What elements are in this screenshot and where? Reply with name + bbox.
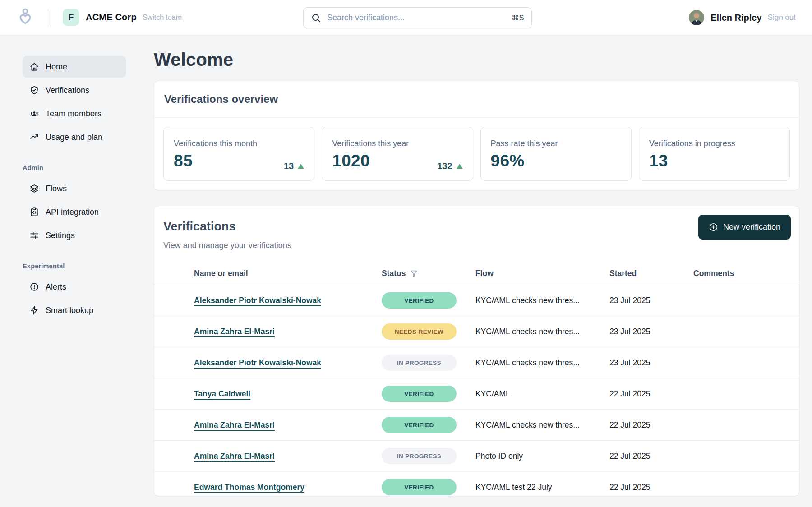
search-shortcut: ⌘S	[512, 14, 524, 22]
stat-delta-value: 132	[437, 161, 452, 171]
verifications-subtitle: View and manage your verifications	[163, 241, 790, 250]
table-row: Amina Zahra El-Masri VERIFIED KYC/AML ch…	[154, 409, 799, 440]
page-title: Welcome	[154, 50, 799, 70]
status-badge: VERIFIED	[382, 292, 457, 309]
flow-cell: KYC/AML checks new thres...	[475, 296, 609, 305]
column-header-name: Name or email	[194, 269, 382, 278]
stat-label: Verifications this year	[332, 139, 462, 148]
status-badge: IN PROGRESS	[382, 355, 457, 371]
sidebar-item-settings[interactable]: Settings	[23, 225, 126, 246]
column-header-comments: Comments	[693, 269, 790, 278]
plus-circle-icon	[709, 222, 718, 232]
layers-icon	[29, 184, 39, 194]
status-badge: VERIFIED	[382, 417, 457, 433]
new-verification-label: New verification	[723, 222, 780, 232]
delta-up-icon	[298, 164, 304, 169]
stat-value: 13	[649, 152, 780, 171]
team-icon	[29, 109, 39, 119]
status-badge: VERIFIED	[382, 479, 457, 495]
switch-team-link[interactable]: Switch team	[143, 14, 182, 22]
sign-out-link[interactable]: Sign out	[768, 13, 796, 22]
search-icon	[311, 13, 322, 23]
flow-cell: KYC/AML checks new thres...	[475, 327, 609, 336]
status-badge: IN PROGRESS	[382, 448, 457, 464]
stat-label: Verifications in progress	[649, 139, 780, 148]
sidebar-item-label: Verifications	[46, 86, 89, 95]
table-header-row: Name or email Status Flow Started Commen…	[154, 262, 799, 285]
api-clipboard-icon	[29, 207, 39, 217]
verification-name-link[interactable]: Aleksander Piotr Kowalski-Nowak	[194, 358, 321, 368]
main-content: Welcome Verifications overview Verificat…	[143, 35, 812, 507]
sidebar-item-label: Alerts	[46, 282, 66, 292]
verification-name-link[interactable]: Aleksander Piotr Kowalski-Nowak	[194, 296, 321, 305]
sidebar-item-smart-lookup[interactable]: Smart lookup	[23, 300, 126, 321]
verification-name-link[interactable]: Amina Zahra El-Masri	[194, 452, 275, 461]
sidebar-item-flows[interactable]: Flows	[23, 178, 126, 199]
stat-card-in-progress: Verifications in progress 13	[639, 127, 790, 181]
sidebar-item-team-members[interactable]: Team members	[23, 103, 126, 124]
brand-logo-icon[interactable]	[16, 8, 34, 28]
started-cell: 22 Jul 2025	[609, 483, 693, 492]
top-header: F ACME Corp Switch team ⌘S Ellen Ripley …	[0, 0, 812, 35]
search-input[interactable]	[327, 13, 512, 23]
team-avatar: F	[63, 9, 79, 26]
delta-up-icon	[457, 164, 463, 169]
sidebar-item-label: Home	[46, 62, 67, 72]
table-row: Amina Zahra El-Masri IN PROGRESS Photo I…	[154, 440, 799, 471]
sidebar-item-api-integration[interactable]: API integration	[23, 201, 126, 223]
new-verification-button[interactable]: New verification	[698, 215, 791, 240]
started-cell: 22 Jul 2025	[609, 420, 693, 430]
verifications-panel: Verifications View and manage your verif…	[154, 206, 799, 496]
table-row: Edward Thomas Montgomery VERIFIED KYC/AM…	[154, 471, 799, 496]
sidebar-item-label: Flows	[46, 184, 67, 194]
table-row: Aleksander Piotr Kowalski-Nowak IN PROGR…	[154, 347, 799, 378]
sidebar-item-verifications[interactable]: Verifications	[23, 79, 126, 101]
user-avatar[interactable]	[689, 10, 704, 25]
sidebar: Home Verifications Team members	[0, 35, 143, 507]
sidebar-item-label: Smart lookup	[46, 306, 93, 315]
stat-delta: 132	[437, 161, 462, 171]
flow-cell: KYC/AML test 22 July	[475, 483, 609, 492]
overview-title: Verifications overview	[164, 93, 789, 106]
search-bar[interactable]: ⌘S	[303, 7, 532, 28]
flow-cell: KYC/AML	[475, 389, 609, 399]
column-header-started: Started	[609, 269, 693, 278]
table-row: Amina Zahra El-Masri NEEDS REVIEW KYC/AM…	[154, 316, 799, 347]
stat-delta-value: 13	[284, 161, 294, 171]
sidebar-item-label: Usage and plan	[46, 133, 102, 142]
column-header-status-label: Status	[382, 269, 406, 278]
verification-name-link[interactable]: Amina Zahra El-Masri	[194, 327, 275, 336]
verification-name-link[interactable]: Edward Thomas Montgomery	[194, 483, 304, 492]
stat-card-verifications-this-year: Verifications this year 1020 132	[322, 127, 473, 181]
overview-panel: Verifications overview Verifications thi…	[154, 81, 799, 190]
team-switcher[interactable]: F ACME Corp Switch team	[63, 9, 182, 26]
flow-cell: KYC/AML checks new thres...	[475, 420, 609, 430]
header-divider	[48, 9, 48, 26]
sidebar-section-experimental: Experimental	[23, 263, 143, 270]
status-badge: NEEDS REVIEW	[382, 323, 457, 340]
flow-cell: Photo ID only	[475, 452, 609, 461]
user-name: Ellen Ripley	[710, 13, 761, 23]
filter-funnel-icon[interactable]	[410, 269, 418, 278]
started-cell: 22 Jul 2025	[609, 389, 693, 399]
alert-circle-icon	[29, 282, 39, 292]
verifications-table: Name or email Status Flow Started Commen…	[154, 262, 799, 496]
started-cell: 23 Jul 2025	[609, 296, 693, 305]
table-row: Aleksander Piotr Kowalski-Nowak VERIFIED…	[154, 285, 799, 316]
sidebar-item-alerts[interactable]: Alerts	[23, 276, 126, 298]
stat-value: 96%	[491, 152, 621, 171]
started-cell: 23 Jul 2025	[609, 327, 693, 336]
shield-check-icon	[29, 85, 39, 95]
column-header-flow: Flow	[475, 269, 609, 278]
stat-label: Pass rate this year	[491, 139, 621, 148]
verification-name-link[interactable]: Tanya Caldwell	[194, 389, 250, 399]
home-icon	[29, 62, 39, 72]
sidebar-item-usage-and-plan[interactable]: Usage and plan	[23, 126, 126, 148]
started-cell: 22 Jul 2025	[609, 452, 693, 461]
sliders-icon	[29, 230, 39, 240]
sidebar-item-home[interactable]: Home	[23, 56, 126, 78]
verification-name-link[interactable]: Amina Zahra El-Masri	[194, 420, 275, 430]
stat-card-verifications-this-month: Verifications this month 85 13	[163, 127, 314, 181]
column-header-status[interactable]: Status	[382, 269, 475, 278]
zap-icon	[29, 305, 39, 315]
